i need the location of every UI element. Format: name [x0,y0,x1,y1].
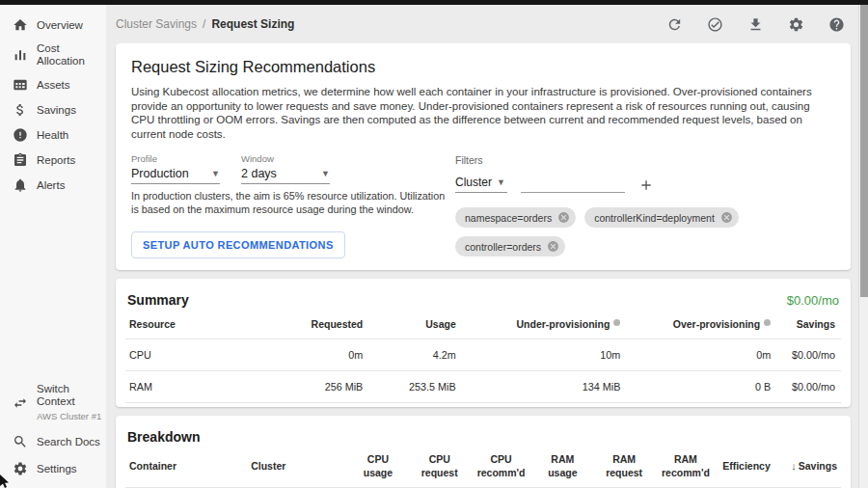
arrow-down-icon: ↓ [791,460,797,472]
health-alert-icon [13,127,28,143]
sidebar-item-label: Health [37,129,68,142]
col-ram-recommended[interactable]: RAM recomm'd [655,445,717,488]
cell-resource: CPU [125,339,268,371]
col-cpu-request[interactable]: CPU request [409,445,471,488]
main-area: Cluster Savings / Request Sizing Request… [106,5,868,488]
col-ram-request[interactable]: RAM request [593,445,655,488]
request-sizing-card: Request Sizing Recommendations Using Kub… [116,43,851,270]
settings-gear-icon[interactable] [788,16,804,33]
chevron-down-icon: ▼ [497,177,505,187]
col-savings: Savings [776,308,841,339]
window-select[interactable]: Window 2 days ▼ [241,153,330,184]
cell-savings: $0.00/mo [776,339,841,371]
summary-row-cpu: CPU 0m 4.2m 10m 0m $0.00/mo [125,339,841,371]
chip-label: controller=orders [465,241,541,253]
diagnostics-check-icon[interactable] [707,16,723,33]
cell-usage: 4.2m [368,339,461,371]
cell-savings: $0.00/mo [776,371,841,403]
setup-auto-recommendations-button[interactable]: SETUP AUTO RECOMMENDATIONS [131,231,345,258]
download-icon[interactable] [747,16,764,33]
filter-chips: namespace=orders controllerKind=deployme… [455,207,831,257]
filter-chip-namespace: namespace=orders [455,207,576,228]
assets-grid-icon [13,77,28,93]
gear-icon [13,461,28,476]
summary-header-row: Resource Requested Usage Under-provision… [125,308,841,339]
sidebar-item-overview[interactable]: Overview [0,13,106,38]
col-container[interactable]: Container [125,445,247,488]
filter-type-value: Cluster [455,176,492,189]
sidebar-item-switch-context[interactable]: Switch Context AWS Cluster #1 [0,377,106,428]
cell-resource: RAM [125,371,268,403]
sidebar-item-cost-allocation[interactable]: Cost Allocation [0,38,106,72]
sidebar-item-label: Search Docs [37,436,100,448]
cell-over: 0m [626,339,776,371]
col-cpu-recommended[interactable]: CPU recomm'd [471,445,532,488]
col-savings-sorted[interactable]: ↓Savings [776,445,841,488]
info-icon[interactable] [613,319,620,326]
search-icon [13,434,28,449]
breakdown-title: Breakdown [127,429,200,445]
breadcrumb-current-page: Request Sizing [211,17,294,31]
home-icon [13,17,28,33]
chip-close-icon[interactable] [557,211,570,224]
help-icon[interactable] [828,16,845,33]
col-resource: Resource [125,308,268,339]
info-icon[interactable] [764,319,771,326]
breakdown-card: Breakdown Container Cluster CPU usage CP… [116,416,851,488]
breadcrumb-separator: / [203,17,205,31]
chip-label: controllerKind=deployment [594,212,715,224]
window-label: Window [241,153,330,164]
sidebar-item-assets[interactable]: Assets [0,72,106,97]
dollar-icon [13,102,28,118]
chip-label: namespace=orders [465,212,552,224]
sidebar-item-alerts[interactable]: Alerts [0,173,106,198]
chip-close-icon[interactable] [547,240,559,253]
col-cluster[interactable]: Cluster [247,445,347,488]
cell-requested: 256 MiB [268,371,368,403]
cell-requested: 0m [268,339,368,371]
summary-title: Summary [127,292,189,308]
bar-chart-icon [13,47,28,63]
summary-row-ram: RAM 256 MiB 253.5 MiB 134 MiB 0 B $0.00/… [125,371,841,403]
refresh-icon[interactable] [666,16,683,33]
breadcrumb: Cluster Savings / Request Sizing [116,17,294,31]
sidebar: Overview Cost Allocation Assets Savings … [0,5,106,488]
sidebar-item-reports[interactable]: Reports [0,148,106,173]
sidebar-item-savings[interactable]: Savings [0,97,106,122]
profile-select[interactable]: Profile Production ▼ [131,153,220,184]
col-over-provisioning: Over-provisioning [626,308,776,339]
sidebar-item-search-docs[interactable]: Search Docs [0,428,106,455]
page-description: Using Kubecost allocation metrics, we de… [131,85,831,141]
cell-under: 134 MiB [462,371,627,403]
sidebar-item-settings[interactable]: Settings [0,455,106,482]
breadcrumb-section[interactable]: Cluster Savings [116,17,197,31]
chevron-down-icon: ▼ [321,169,330,178]
sidebar-item-health[interactable]: Health [0,122,106,148]
filters-label: Filters [455,154,831,166]
col-ram-usage[interactable]: RAM usage [531,445,593,488]
scrollbar-thumb[interactable] [860,5,868,297]
mouse-cursor-icon [0,474,11,488]
swap-arrows-icon [13,395,28,411]
col-requested: Requested [268,308,368,339]
sidebar-item-label: Savings [37,104,76,117]
vertical-scrollbar[interactable] [858,5,868,488]
col-efficiency[interactable]: Efficiency [717,445,776,488]
col-usage: Usage [368,308,461,339]
window-value: 2 days [241,167,277,180]
breakdown-table: Container Cluster CPU usage CPU request … [125,445,841,488]
filter-chip-controller: controller=orders [455,236,565,257]
switch-context-label: Switch Context [37,383,75,407]
cell-over: 0 B [626,371,776,403]
app-frame: Overview Cost Allocation Assets Savings … [0,5,868,488]
sidebar-item-label: Assets [37,79,70,92]
col-cpu-usage[interactable]: CPU usage [347,445,409,488]
profile-helper-text: In production clusters, the aim is 65% r… [131,189,455,216]
filter-value-input[interactable] [521,175,625,193]
sidebar-item-label: Cost Allocation [37,42,102,68]
sidebar-nav-group: Overview Cost Allocation Assets Savings … [0,13,106,198]
header-actions [666,16,845,33]
chip-close-icon[interactable] [720,211,733,224]
filter-type-select[interactable]: Cluster ▼ [455,174,507,193]
add-filter-plus-icon[interactable] [638,177,654,193]
